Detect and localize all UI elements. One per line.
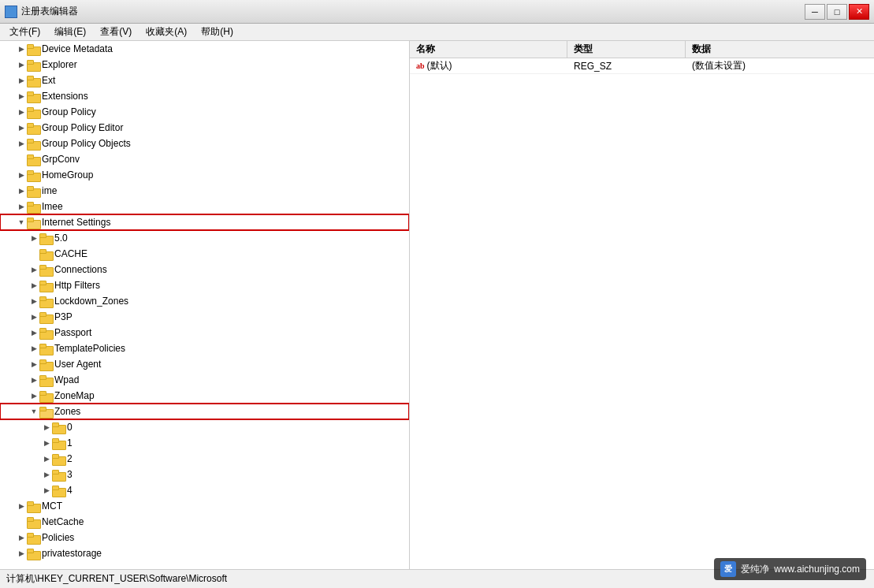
tree-item-zone-3[interactable]: ▶3 [0,467,409,482]
status-text: 计算机\HKEY_CURRENT_USER\Software\Microsoft [6,572,227,586]
minimize-button[interactable]: ─ [805,4,825,20]
watermark: 爱 爱纯净 www.aichunjing.com [714,558,866,580]
tree-label-extensions: Extensions [42,91,88,102]
col-header-data: 数据 [686,41,874,58]
tree-label-ime: ime [42,185,57,196]
tree-item-zones[interactable]: ▼Zones [0,404,409,419]
ab-icon-0: ab [416,61,425,70]
right-cell-type-0: REG_SZ [567,59,686,73]
expand-arrow-group-policy-objects: ▶ [16,138,27,149]
tree-label-homegroup: HomeGroup [42,169,93,180]
right-row-0[interactable]: ab(默认)REG_SZ(数值未设置) [410,58,874,74]
tree-label-user-agent: User Agent [54,359,101,370]
folder-icon-ext [27,75,39,86]
tree-item-zone-1[interactable]: ▶1 [0,435,409,451]
expand-arrow-group-policy-editor: ▶ [16,122,27,133]
expand-arrow-privatestorage: ▶ [16,548,27,559]
tree-label-zones: Zones [54,406,80,417]
maximize-button[interactable]: □ [827,4,847,20]
tree-item-extensions[interactable]: ▶Extensions [0,88,409,104]
expand-arrow-p3p: ▶ [28,311,39,322]
title-bar-buttons: ─ □ ✕ [805,4,869,20]
tree-label-cache: CACHE [54,248,87,259]
tree-item-ext[interactable]: ▶Ext [0,73,409,88]
tree-label-zone-0: 0 [67,422,73,433]
folder-icon-zone-2 [52,453,65,464]
tree-item-p3p[interactable]: ▶P3P [0,309,409,325]
tree-item-group-policy-objects[interactable]: ▶Group Policy Objects [0,136,409,151]
folder-icon-http-filters [39,280,52,291]
tree-label-privatestorage: privatestorage [42,548,102,559]
tree-item-privatestorage[interactable]: ▶privatestorage [0,545,409,561]
folder-icon-mct [27,501,39,512]
expand-arrow-zone-3: ▶ [41,469,52,480]
tree-scrollbar-area: ▶Device Metadata▶Explorer▶Ext▶Extensions… [0,41,409,561]
expand-arrow-policies: ▶ [16,532,27,543]
tree-label-passport: Passport [54,327,91,338]
tree-item-passport[interactable]: ▶Passport [0,325,409,341]
tree-item-template-policies[interactable]: ▶TemplatePolicies [0,341,409,356]
tree-item-policies[interactable]: ▶Policies [0,530,409,545]
tree-pane[interactable]: ▶Device Metadata▶Explorer▶Ext▶Extensions… [0,41,410,569]
folder-icon-zones [39,406,52,417]
tree-item-zone-0[interactable]: ▶0 [0,419,409,435]
menu-favorites[interactable]: 收藏夹(A) [139,24,193,40]
expand-arrow-user-agent: ▶ [28,359,39,370]
tree-item-group-policy-editor[interactable]: ▶Group Policy Editor [0,120,409,136]
tree-label-zone-1: 1 [67,437,73,448]
folder-icon-five-point-zero [39,233,52,244]
folder-icon-internet-settings [27,217,39,228]
folder-icon-lockdown-zones [39,296,52,307]
menu-file[interactable]: 文件(F) [3,24,46,40]
app-icon [5,6,17,18]
expand-arrow-mct: ▶ [16,501,27,512]
tree-item-five-point-zero[interactable]: ▶5.0 [0,230,409,246]
tree-item-zone-2[interactable]: ▶2 [0,451,409,467]
tree-item-homegroup[interactable]: ▶HomeGroup [0,167,409,183]
expand-arrow-ime: ▶ [16,185,27,196]
expand-arrow-zonemap: ▶ [28,390,39,401]
tree-item-device-metadata[interactable]: ▶Device Metadata [0,41,409,57]
tree-item-lockdown-zones[interactable]: ▶Lockdown_Zones [0,293,409,309]
tree-item-explorer[interactable]: ▶Explorer [0,57,409,73]
folder-icon-privatestorage [27,548,39,559]
tree-item-internet-settings[interactable]: ▼Internet Settings [0,214,409,230]
expand-arrow-explorer: ▶ [16,59,27,70]
menu-view[interactable]: 查看(V) [94,24,138,40]
tree-label-explorer: Explorer [42,59,77,70]
expand-arrow-grpconv [16,154,27,165]
tree-item-cache[interactable]: CACHE [0,246,409,262]
tree-item-mct[interactable]: ▶MCT [0,498,409,514]
tree-item-connections[interactable]: ▶Connections [0,262,409,277]
right-pane-header: 名称 类型 数据 [410,41,874,58]
menu-help[interactable]: 帮助(H) [195,24,240,40]
expand-arrow-homegroup: ▶ [16,169,27,180]
tree-item-group-policy[interactable]: ▶Group Policy [0,104,409,120]
folder-icon-grpconv [27,154,39,165]
expand-arrow-five-point-zero: ▶ [28,233,39,244]
tree-label-device-metadata: Device Metadata [42,43,113,54]
tree-item-netcache[interactable]: NetCache [0,514,409,530]
folder-icon-p3p [39,311,52,322]
tree-item-wpad[interactable]: ▶Wpad [0,372,409,388]
tree-item-zonemap[interactable]: ▶ZoneMap [0,388,409,404]
tree-label-zone-4: 4 [67,485,73,496]
tree-label-mct: MCT [42,501,62,512]
tree-label-group-policy-objects: Group Policy Objects [42,138,131,149]
folder-icon-imee [27,201,39,212]
tree-item-imee[interactable]: ▶Imee [0,199,409,214]
expand-arrow-zone-1: ▶ [41,437,52,448]
right-cell-name-0: ab(默认) [410,58,567,74]
tree-item-ime[interactable]: ▶ime [0,183,409,199]
tree-item-zone-4[interactable]: ▶4 [0,482,409,498]
expand-arrow-zone-4: ▶ [41,485,52,496]
tree-label-five-point-zero: 5.0 [54,233,68,244]
tree-item-grpconv[interactable]: GrpConv [0,151,409,167]
expand-arrow-group-policy: ▶ [16,106,27,117]
tree-item-http-filters[interactable]: ▶Http Filters [0,277,409,293]
tree-item-user-agent[interactable]: ▶User Agent [0,356,409,372]
folder-icon-group-policy-objects [27,138,39,149]
close-button[interactable]: ✕ [849,4,869,20]
expand-arrow-zone-0: ▶ [41,422,52,433]
menu-edit[interactable]: 编辑(E) [48,24,92,40]
